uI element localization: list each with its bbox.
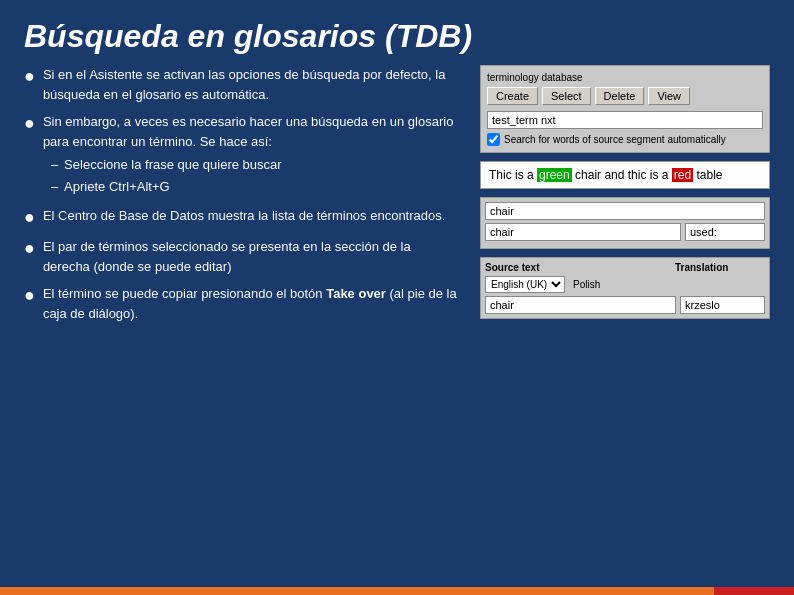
bottom-bar-red xyxy=(714,587,794,595)
page-title: Búsqueda en glosarios (TDB) xyxy=(0,0,794,65)
sub-list-item: – Apriete Ctrl+Alt+G xyxy=(51,177,460,197)
bullet-list: ● Si en el Asistente se activan las opci… xyxy=(24,65,460,323)
list-item: ● El par de términos seleccionado se pre… xyxy=(24,237,460,276)
term-field-value: used: xyxy=(685,223,765,241)
bullet-dot: ● xyxy=(24,112,35,135)
bullet-text: El Centro de Base de Datos muestra la li… xyxy=(43,206,460,226)
sub-list-item: – Seleccione la frase que quiere buscar xyxy=(51,155,460,175)
sub-dash: – xyxy=(51,177,58,197)
list-item: ● Sin embargo, a veces es necesario hace… xyxy=(24,112,460,198)
term-row: chair used: xyxy=(485,223,765,241)
tdb-checkbox-row: Search for words of source segment autom… xyxy=(487,133,763,146)
tdb-field: test_term nxt xyxy=(487,111,763,129)
select-button[interactable]: Select xyxy=(542,87,591,105)
trans-result-row: chair krzeslo xyxy=(485,296,765,314)
sub-item-text: Apriete Ctrl+Alt+G xyxy=(64,177,170,197)
highlight-green: green xyxy=(537,168,572,182)
auto-search-label: Search for words of source segment autom… xyxy=(504,134,726,145)
bullet-dot: ● xyxy=(24,65,35,88)
highlight-text-before: Thic is a xyxy=(489,168,537,182)
tdb-panel-title: terminology database xyxy=(487,72,763,83)
target-lang-label: Polish xyxy=(573,279,628,290)
translation-panel: Source text Translation English (UK) Pol… xyxy=(480,257,770,319)
sub-item-text: Seleccione la frase que quiere buscar xyxy=(64,155,282,175)
content-area: ● Si en el Asistente se activan las opci… xyxy=(0,65,794,331)
bullet-text: El término se puede copiar presionando e… xyxy=(43,284,460,323)
bullet-dot: ● xyxy=(24,206,35,229)
translation-label: Translation xyxy=(675,262,765,273)
list-item: ● El término se puede copiar presionando… xyxy=(24,284,460,323)
bullet-text: Si en el Asistente se activan las opcion… xyxy=(43,65,460,104)
source-term-field: chair xyxy=(485,296,676,314)
view-button[interactable]: View xyxy=(648,87,690,105)
term-list-panel: chair chair used: xyxy=(480,197,770,249)
bullet-dot: ● xyxy=(24,284,35,307)
bullet-text: Sin embargo, a veces es necesario hacer … xyxy=(43,112,460,198)
term-field-2: chair xyxy=(485,223,681,241)
bottom-bar-orange xyxy=(0,587,714,595)
delete-button[interactable]: Delete xyxy=(595,87,645,105)
list-item: ● Si en el Asistente se activan las opci… xyxy=(24,65,460,104)
highlight-text-after: table xyxy=(693,168,722,182)
highlight-text-middle: chair and thic is a xyxy=(572,168,672,182)
create-button[interactable]: Create xyxy=(487,87,538,105)
left-column: ● Si en el Asistente se activan las opci… xyxy=(24,65,460,331)
bottom-bar xyxy=(0,587,794,595)
source-label: Source text xyxy=(485,262,671,273)
translation-value-field: krzeslo xyxy=(680,296,765,314)
bullet-dot: ● xyxy=(24,237,35,260)
trans-header: Source text Translation xyxy=(485,262,765,273)
auto-search-checkbox[interactable] xyxy=(487,133,500,146)
sub-dash: – xyxy=(51,155,58,175)
highlight-panel: Thic is a green chair and thic is a red … xyxy=(480,161,770,189)
right-column: terminology database Create Select Delet… xyxy=(480,65,770,331)
term-field-1: chair xyxy=(485,202,765,220)
bullet-text: El par de términos seleccionado se prese… xyxy=(43,237,460,276)
list-item: ● El Centro de Base de Datos muestra la … xyxy=(24,206,460,229)
bold-takeover: Take over xyxy=(326,286,386,301)
source-lang-select[interactable]: English (UK) xyxy=(485,276,565,293)
trans-row: English (UK) Polish xyxy=(485,276,765,293)
bullet-text-content: Sin embargo, a veces es necesario hacer … xyxy=(43,114,454,149)
tdb-buttons: Create Select Delete View xyxy=(487,87,763,105)
tdb-panel: terminology database Create Select Delet… xyxy=(480,65,770,153)
term-row: chair xyxy=(485,202,765,220)
highlight-red: red xyxy=(672,168,693,182)
sub-list: – Seleccione la frase que quiere buscar … xyxy=(43,155,460,196)
